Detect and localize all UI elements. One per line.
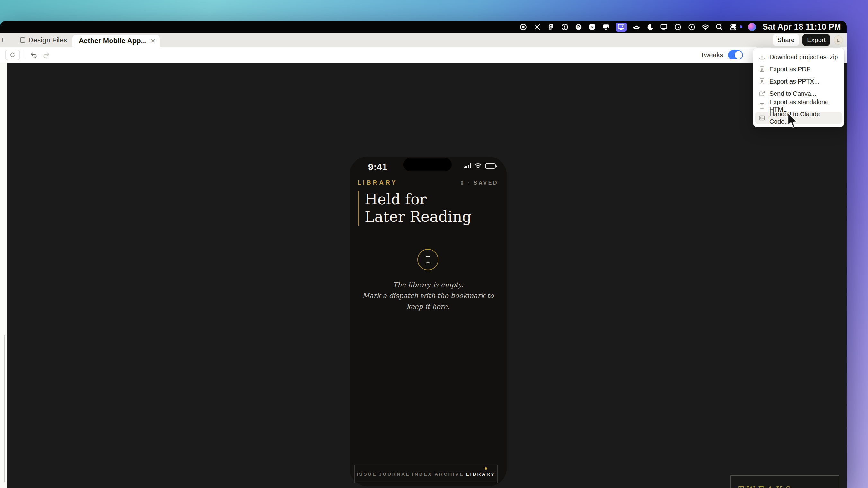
- nav-item-archive[interactable]: ARCHIVE: [435, 471, 464, 477]
- wifi-icon[interactable]: [701, 23, 710, 31]
- onepassword-icon[interactable]: [561, 23, 569, 31]
- bottom-nav: ISSUE JOURNAL INDEX ARCHIVE LIBRARY: [354, 465, 498, 483]
- export-button[interactable]: Export: [803, 34, 830, 46]
- avatar[interactable]: L: [834, 35, 843, 45]
- headline-line2: Later Reading: [365, 208, 472, 225]
- headline-line1: Held for: [365, 191, 472, 208]
- bookmark-icon: [424, 255, 432, 265]
- tab-strip: + Design Files Aether Mobile App... × Sh…: [0, 33, 847, 47]
- search-icon[interactable]: [715, 23, 723, 31]
- divider: [25, 51, 25, 59]
- close-tab-icon[interactable]: ×: [151, 37, 155, 45]
- empty-state-text: The library is empty. Mark a dispatch wi…: [359, 279, 498, 312]
- canvas-toolbar: Tweaks Comment Edit: [0, 47, 847, 63]
- terminal-icon: [758, 114, 766, 121]
- new-tab-button[interactable]: +: [0, 33, 6, 47]
- notification-dot: [740, 25, 742, 28]
- display-mirror-icon[interactable]: [602, 23, 610, 31]
- design-canvas[interactable]: 9:41 LIBRARY 0 · SAVED Held for Later Re…: [0, 63, 847, 488]
- clock-icon[interactable]: [674, 23, 682, 31]
- starburst-icon[interactable]: [533, 23, 541, 31]
- section-title: LIBRARY: [357, 179, 398, 186]
- svg-text:P: P: [577, 25, 580, 29]
- signal-icon: [464, 163, 471, 168]
- wifi-icon: [474, 163, 482, 169]
- figma-icon[interactable]: [547, 23, 555, 31]
- phone-mockup-frame[interactable]: 9:41 LIBRARY 0 · SAVED Held for Later Re…: [349, 156, 506, 486]
- section-header: LIBRARY 0 · SAVED: [357, 179, 498, 186]
- active-tab-dot: [485, 467, 487, 470]
- status-time: 9:41: [368, 162, 388, 172]
- tweaks-label: Tweaks: [700, 51, 723, 59]
- nav-item-journal[interactable]: JOURNAL: [379, 471, 410, 477]
- screen-sharing-active-icon[interactable]: [616, 23, 627, 31]
- nav-item-library[interactable]: LIBRARY: [466, 471, 495, 477]
- tab-aether-mobile-app[interactable]: Aether Mobile App... ×: [72, 35, 160, 47]
- menubar-status-icons: P N: [519, 23, 756, 31]
- tab-label: Design Files: [28, 36, 67, 45]
- menu-item-handoff-claude-code[interactable]: Handoff to Claude Code...: [755, 112, 842, 124]
- tweaks-toggle[interactable]: [728, 51, 743, 59]
- menu-item-export-pptx[interactable]: Export as PPTX...: [755, 75, 842, 87]
- undo-icon[interactable]: [30, 51, 38, 59]
- status-icons: [464, 163, 496, 169]
- bookmark-badge: [417, 249, 438, 270]
- history-controls: [5, 50, 50, 60]
- svg-text:N: N: [591, 25, 594, 29]
- project-icon: [20, 37, 25, 43]
- share-button[interactable]: Share: [773, 34, 799, 46]
- notion-icon[interactable]: N: [588, 23, 596, 31]
- redo-icon[interactable]: [42, 51, 50, 59]
- menu-item-send-canva[interactable]: Send to Canva...: [755, 87, 842, 100]
- document-icon: [758, 65, 766, 73]
- saved-count: 0 · SAVED: [460, 180, 498, 186]
- external-link-icon: [758, 90, 766, 97]
- toggle-knob: [735, 51, 742, 59]
- document-icon: [758, 78, 766, 85]
- p-app-icon[interactable]: P: [575, 23, 583, 31]
- document-icon: [758, 102, 766, 109]
- record-icon[interactable]: [519, 23, 527, 31]
- tabstrip-actions: Share Export L: [773, 33, 847, 47]
- nav-item-issue[interactable]: ISSUE: [356, 471, 377, 477]
- tab-design-files[interactable]: Design Files: [15, 33, 72, 47]
- reload-button[interactable]: [5, 50, 20, 60]
- moon-icon[interactable]: [646, 23, 654, 31]
- control-toggles-icon[interactable]: [729, 23, 737, 31]
- display-icon[interactable]: [660, 23, 668, 31]
- menu-item-download-zip[interactable]: Download project as .zip: [755, 51, 842, 63]
- ufo-icon[interactable]: [632, 23, 641, 31]
- macos-menubar: P N: [0, 21, 847, 33]
- tab-label: Aether Mobile App...: [79, 37, 147, 45]
- divider: [748, 51, 748, 59]
- battery-icon: [485, 163, 496, 169]
- export-menu: Download project as .zip Export as PDF E…: [753, 48, 844, 127]
- menu-item-export-pdf[interactable]: Export as PDF: [755, 63, 842, 75]
- tweaks-panel: TWEAKS: [730, 476, 839, 488]
- scrollbar[interactable]: [4, 335, 5, 482]
- dynamic-island: [403, 158, 452, 171]
- play-circle-icon[interactable]: [687, 23, 696, 31]
- screen-share-window: P N: [0, 21, 847, 488]
- mouse-cursor: [786, 113, 799, 130]
- menubar-clock[interactable]: Sat Apr 18 11:10 PM: [763, 22, 841, 31]
- left-panel-edge: [0, 63, 7, 488]
- page-title: Held for Later Reading: [358, 191, 472, 226]
- menu-item-export-html[interactable]: Export as standalone HTML: [755, 100, 842, 112]
- siri-icon[interactable]: [748, 23, 756, 31]
- tweaks-panel-title: TWEAKS: [738, 485, 794, 488]
- nav-item-index[interactable]: INDEX: [412, 471, 432, 477]
- download-icon: [758, 53, 766, 60]
